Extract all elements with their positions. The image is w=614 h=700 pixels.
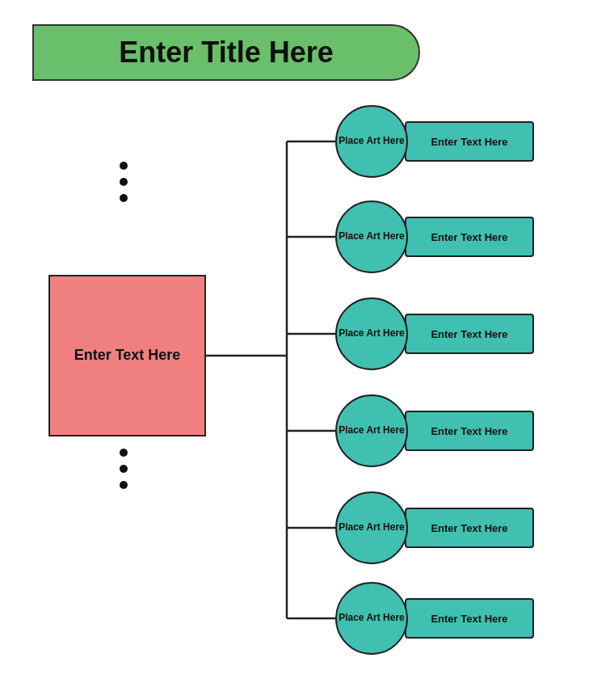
text-box-4: Enter Text Here (405, 411, 534, 451)
circle-text-4: Place Art Here (339, 424, 405, 437)
text-box-text-5: Enter Text Here (431, 522, 507, 534)
text-box-6: Enter Text Here (405, 598, 534, 639)
text-box-text-1: Enter Text Here (431, 136, 507, 148)
dot-6 (120, 481, 128, 489)
circle-text-6: Place Art Here (339, 612, 405, 625)
circle-node-1: Place Art Here (335, 105, 408, 178)
dot-1 (120, 162, 128, 170)
left-box-text: Enter Text Here (74, 345, 181, 365)
branch-item-4: Place Art HereEnter Text Here (335, 394, 534, 467)
dots-top (120, 162, 128, 202)
text-box-text-3: Enter Text Here (431, 328, 507, 340)
left-box: Enter Text Here (48, 275, 206, 436)
circle-text-2: Place Art Here (339, 230, 405, 243)
branch-item-5: Place Art HereEnter Text Here (335, 491, 534, 564)
text-box-2: Enter Text Here (405, 217, 534, 257)
branch-item-3: Place Art HereEnter Text Here (335, 297, 534, 370)
text-box-5: Enter Text Here (405, 508, 534, 548)
title-banner: Enter Title Here (32, 24, 420, 81)
dot-2 (120, 178, 128, 186)
circle-text-5: Place Art Here (339, 521, 405, 534)
dot-4 (120, 449, 128, 457)
text-box-text-6: Enter Text Here (431, 613, 507, 625)
branch-item-6: Place Art HereEnter Text Here (335, 582, 534, 655)
text-box-1: Enter Text Here (405, 121, 534, 162)
circle-node-4: Place Art Here (335, 394, 408, 467)
title-text: Enter Title Here (119, 36, 333, 70)
circle-node-6: Place Art Here (335, 582, 408, 655)
dot-5 (120, 465, 128, 473)
dots-bottom (120, 449, 128, 489)
text-box-3: Enter Text Here (405, 314, 534, 354)
page: Enter Title Here Enter Text Here Place A… (0, 0, 614, 700)
text-box-text-4: Enter Text Here (431, 425, 507, 437)
branch-item-1: Place Art HereEnter Text Here (335, 105, 534, 178)
circle-node-2: Place Art Here (335, 200, 408, 273)
circle-text-3: Place Art Here (339, 327, 405, 340)
circle-text-1: Place Art Here (339, 135, 405, 148)
circle-node-5: Place Art Here (335, 491, 408, 564)
circle-node-3: Place Art Here (335, 297, 408, 370)
text-box-text-2: Enter Text Here (431, 231, 507, 243)
branch-item-2: Place Art HereEnter Text Here (335, 200, 534, 273)
dot-3 (120, 194, 128, 202)
